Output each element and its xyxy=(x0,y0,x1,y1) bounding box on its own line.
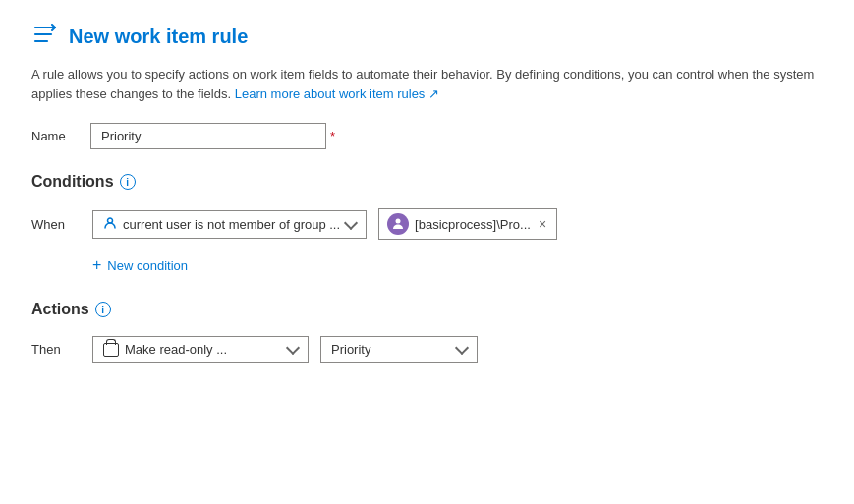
conditions-info-icon[interactable]: i xyxy=(120,174,136,190)
name-label: Name xyxy=(31,129,90,143)
actions-section: Actions i Then Make read-only ... Priori… xyxy=(31,301,823,363)
group-tag: [basicprocess]\Pro... × xyxy=(378,208,557,240)
group-tag-label: [basicprocess]\Pro... xyxy=(415,217,531,232)
readonly-icon xyxy=(103,343,119,357)
new-condition-button[interactable]: + New condition xyxy=(92,253,188,277)
remove-group-button[interactable]: × xyxy=(537,217,548,231)
when-label: When xyxy=(31,217,81,232)
svg-point-4 xyxy=(396,219,401,224)
action-dropdown-label: Make read-only ... xyxy=(125,342,227,357)
condition-chevron-icon xyxy=(344,215,358,229)
field-dropdown[interactable]: Priority xyxy=(320,336,478,363)
rule-icon xyxy=(31,24,59,49)
action-chevron-icon xyxy=(286,341,300,355)
action-row: Then Make read-only ... Priority xyxy=(31,336,823,363)
actions-heading: Actions i xyxy=(31,301,823,318)
description-text: A rule allows you to specify actions on … xyxy=(31,65,823,103)
name-field-row: Name * xyxy=(31,123,823,149)
field-dropdown-label: Priority xyxy=(331,342,370,357)
group-avatar-icon xyxy=(387,213,409,235)
name-input[interactable] xyxy=(90,123,326,149)
required-star: * xyxy=(330,129,335,143)
condition-row: When current user is not member of group… xyxy=(31,208,823,240)
conditions-heading: Conditions i xyxy=(31,173,823,191)
then-label: Then xyxy=(31,342,81,357)
condition-dropdown-label: current user is not member of group ... xyxy=(123,217,340,232)
actions-info-icon[interactable]: i xyxy=(95,302,111,317)
action-dropdown[interactable]: Make read-only ... xyxy=(92,336,309,363)
name-input-wrapper: * xyxy=(90,123,335,149)
page-header: New work item rule xyxy=(31,24,823,49)
plus-icon: + xyxy=(92,257,101,273)
person-icon xyxy=(103,216,117,233)
learn-more-link[interactable]: Learn more about work item rules ↗ xyxy=(235,86,439,101)
field-chevron-icon xyxy=(455,341,469,355)
page-title: New work item rule xyxy=(69,26,248,48)
condition-dropdown[interactable]: current user is not member of group ... xyxy=(92,210,367,239)
